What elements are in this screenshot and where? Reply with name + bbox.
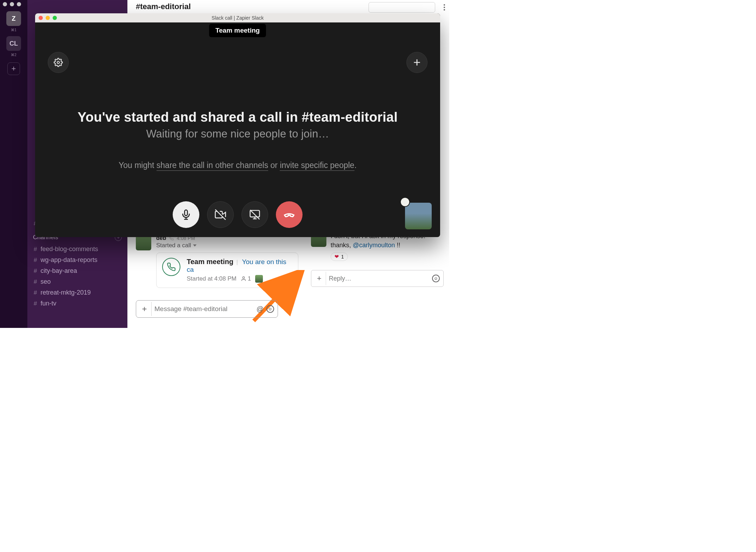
workspace-rail: Z ⌘1 CL ⌘2 + — [0, 0, 27, 328]
call-control-row — [173, 201, 303, 228]
hash-icon: # — [34, 278, 37, 285]
chevron-down-icon — [193, 244, 197, 247]
hash-icon: # — [34, 289, 37, 296]
sidebar-channel-item[interactable]: #feed-blog-comments — [32, 244, 123, 255]
call-hint-text: or — [268, 161, 280, 170]
call-window: Slack call | Zapier Slack Team meeting Y… — [35, 13, 440, 237]
call-name-pill: Team meeting — [209, 24, 266, 37]
call-card-title: Team meeting — [187, 258, 233, 265]
channel-name: seo — [40, 278, 51, 285]
call-card[interactable]: Team meeting |You are on this ca Started… — [156, 253, 298, 288]
call-card-started: Started at 4:08 PM — [187, 275, 237, 282]
call-titlebar[interactable]: Slack call | Zapier Slack — [35, 13, 440, 22]
workspace-tile[interactable]: CL — [6, 36, 21, 51]
thread-panel: deb 12 minutes ago I don't, but I'll ask… — [305, 231, 449, 287]
person-icon — [241, 276, 246, 282]
message-subtitle-text: Started a call — [156, 242, 191, 249]
avatar[interactable] — [136, 235, 151, 250]
channel-name: fun-tv — [40, 300, 56, 307]
workspace-shortcut: ⌘2 — [11, 53, 16, 57]
workspace-shortcut: ⌘1 — [11, 28, 16, 32]
call-hint: You might share the call in other channe… — [35, 161, 440, 170]
message-row: deb 4:08 PM Started a call — [136, 235, 298, 288]
plus-icon — [412, 58, 422, 67]
mention[interactable]: @carlymoulton — [353, 242, 395, 249]
bg-dot — [3, 2, 7, 6]
composer-input[interactable] — [154, 305, 254, 313]
call-icon — [162, 258, 180, 276]
emoji-icon[interactable]: ☺ — [266, 305, 274, 313]
message-area: deb 4:08 PM Started a call — [136, 235, 298, 288]
call-add-button[interactable] — [406, 52, 427, 73]
bg-window-traffic-lights — [3, 2, 21, 6]
channel-title[interactable]: #team-editorial — [136, 2, 191, 11]
call-heading: You've started and shared a call in #tea… — [35, 110, 440, 125]
bg-dot — [10, 2, 14, 6]
participant-count-value: 1 — [248, 275, 251, 282]
hash-icon: # — [34, 268, 37, 275]
call-settings-button[interactable] — [48, 52, 69, 73]
invite-people-link[interactable]: invite specific people — [280, 161, 354, 171]
gear-icon — [54, 58, 63, 67]
hash-icon: # — [34, 300, 37, 307]
reply-input[interactable] — [329, 275, 429, 282]
share-screen-button[interactable] — [241, 201, 268, 228]
screen-share-off-icon — [249, 209, 260, 220]
workspace-tile[interactable]: Z — [6, 11, 21, 26]
channel-name: feed-blog-comments — [40, 245, 98, 253]
svg-point-2 — [57, 61, 60, 64]
composer-attach-button[interactable]: + — [138, 302, 152, 316]
svg-rect-5 — [185, 210, 187, 216]
end-call-button[interactable] — [276, 201, 303, 228]
channel-name: city-bay-area — [40, 267, 77, 275]
search-box[interactable] — [369, 2, 435, 13]
reaction-count: 1 — [341, 254, 344, 260]
sidebar-channel-item[interactable]: #fun-tv — [32, 298, 123, 309]
more-menu-icon[interactable] — [444, 4, 445, 11]
sidebar-channel-item[interactable]: #city-bay-area — [32, 265, 123, 276]
hangup-icon — [284, 209, 295, 220]
camera-button[interactable] — [207, 201, 234, 228]
call-card-subline: Started at 4:08 PM 1 — [187, 275, 292, 283]
add-workspace-button[interactable]: + — [7, 62, 20, 75]
divider: | — [236, 259, 238, 265]
microphone-icon — [180, 209, 192, 220]
participant-count: 1 — [241, 275, 251, 282]
bg-dot — [17, 2, 21, 6]
message-composer[interactable]: + @ ☺ — [136, 300, 278, 318]
channel-name: retreat-mktg-2019 — [40, 289, 91, 296]
reaction-emoji-icon: ❤ — [334, 254, 339, 260]
message-subtitle[interactable]: Started a call — [156, 242, 298, 249]
reaction-chip[interactable]: ❤ 1 — [331, 253, 348, 261]
share-call-link[interactable]: share the call in other channels — [157, 161, 268, 171]
reply-attach-button[interactable]: + — [313, 272, 326, 285]
mute-button[interactable] — [173, 201, 199, 228]
call-window-title: Slack call | Zapier Slack — [35, 15, 440, 21]
camera-off-icon — [215, 209, 226, 220]
hash-icon: # — [34, 257, 37, 264]
thread-text: !! — [395, 242, 400, 249]
sidebar-channel-item[interactable]: #retreat-mktg-2019 — [32, 287, 123, 298]
sidebar-channel-item[interactable]: #seo — [32, 276, 123, 287]
emoji-icon[interactable]: ☺ — [432, 275, 440, 282]
thread-reply-composer[interactable]: + ☺ — [311, 270, 444, 287]
mention-icon[interactable]: @ — [257, 305, 264, 313]
call-hint-text: You might — [119, 161, 157, 170]
sidebar-channel-item[interactable]: #wg-app-data-reports — [32, 255, 123, 265]
channel-name: wg-app-data-reports — [40, 256, 97, 264]
hash-icon: # — [34, 246, 37, 253]
self-video-thumbnail[interactable] — [405, 203, 432, 229]
participant-avatar[interactable] — [255, 275, 263, 283]
call-waiting-text: Waiting for some nice people to join… — [35, 128, 440, 140]
call-hint-text: . — [354, 161, 357, 170]
self-reaction-button[interactable]: ☺ — [400, 197, 410, 207]
svg-point-0 — [243, 277, 244, 278]
